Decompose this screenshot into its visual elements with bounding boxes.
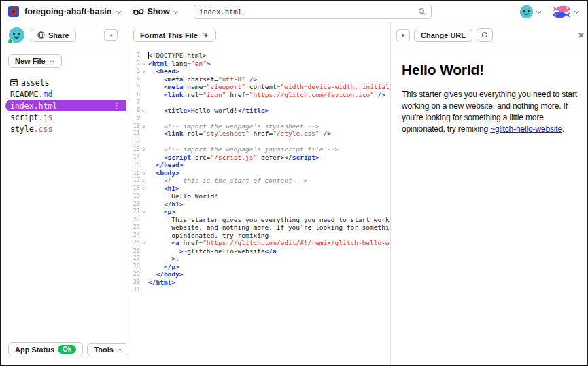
open-preview-button[interactable] xyxy=(396,29,410,41)
project-avatar-icon[interactable] xyxy=(8,6,19,17)
app-status-button[interactable]: App Status Ok xyxy=(8,342,83,356)
fold-gutter xyxy=(140,263,148,271)
code-line[interactable]: 14 <script src="/script.js" defer></scri… xyxy=(126,153,390,162)
code-line[interactable]: 2<html lang="en"> xyxy=(126,60,390,68)
line-number: 29 xyxy=(126,270,140,278)
fold-gutter xyxy=(140,278,148,287)
code-line[interactable]: 1<!DOCTYPE html> xyxy=(126,52,390,60)
code-line[interactable]: 3 <head> xyxy=(126,67,390,75)
line-number: 30 xyxy=(126,278,140,287)
code-line[interactable]: 17 <!-- this is the start of content --> xyxy=(126,177,390,185)
code-line[interactable]: 31 xyxy=(126,286,390,294)
code-line[interactable]: 18 <h1> xyxy=(126,185,390,193)
fold-chevron-icon[interactable] xyxy=(140,185,148,193)
code-text: <!DOCTYPE html> xyxy=(148,52,390,60)
user-menu[interactable] xyxy=(519,5,542,19)
chevron-up-icon xyxy=(118,348,122,352)
code-line[interactable]: 30</html> xyxy=(126,278,390,287)
close-icon[interactable]: × xyxy=(578,31,584,40)
format-file-button[interactable]: Format This File xyxy=(133,29,216,42)
project-name[interactable]: foregoing-abaft-basin xyxy=(24,7,111,16)
line-number: 15 xyxy=(126,161,140,169)
code-line[interactable]: 29 </body> xyxy=(126,270,390,278)
code-line[interactable]: 5 <meta name="viewport" content="width=d… xyxy=(126,83,390,91)
code-text: </p> xyxy=(148,263,390,271)
file-item-style[interactable]: style.css xyxy=(8,123,126,134)
code-text: </html> xyxy=(148,278,390,287)
code-line[interactable]: 24 opinionated, try remixing xyxy=(126,232,390,240)
code-line[interactable]: 4 <meta charset="utf-8" /> xyxy=(126,75,390,84)
code-text: <body> xyxy=(148,169,390,177)
show-menu[interactable]: Show xyxy=(133,7,178,16)
collapse-sidebar-button[interactable]: ◂ xyxy=(104,29,118,41)
code-line[interactable]: 6 <link rel="icon" href="https://glitch.… xyxy=(126,91,390,99)
code-text xyxy=(148,114,390,122)
share-button[interactable]: Share xyxy=(31,29,76,42)
code-line[interactable]: 25 <a href="https://glitch.com/edit/#!/r… xyxy=(126,239,390,247)
code-line[interactable]: 28 </p> xyxy=(126,263,390,271)
code-text: <html lang="en"> xyxy=(148,60,390,68)
line-number: 7 xyxy=(126,98,140,107)
code-editor-pane: Format This File 1<!DOCTYPE html>2<html … xyxy=(126,22,391,365)
code-text: <script src="/script.js" defer></script> xyxy=(148,153,390,162)
member-avatar[interactable] xyxy=(8,26,25,43)
archive-icon xyxy=(10,79,18,86)
file-item-README[interactable]: README.md xyxy=(8,88,126,100)
refresh-icon[interactable] xyxy=(477,28,493,42)
fold-chevron-icon[interactable] xyxy=(140,177,148,185)
top-bar: foregoing-abaft-basin Show xyxy=(1,1,587,22)
line-number: 16 xyxy=(126,169,140,177)
code-line[interactable]: 13 <!-- import the webpage's javascript … xyxy=(126,145,390,153)
file-extension: .html xyxy=(34,101,58,111)
file-search-box xyxy=(194,5,432,19)
line-number: 6 xyxy=(126,91,140,99)
fold-chevron-icon[interactable] xyxy=(140,239,148,247)
code-area[interactable]: 1<!DOCTYPE html>2<html lang="en">3 <head… xyxy=(126,48,390,365)
file-item-script[interactable]: script.js xyxy=(8,111,126,123)
fold-chevron-icon[interactable] xyxy=(140,122,148,130)
code-line[interactable]: 26 >~glitch-hello-website</a xyxy=(126,247,390,255)
code-line[interactable]: 21 <p> xyxy=(126,208,390,216)
new-file-button[interactable]: New File xyxy=(8,54,62,68)
fold-chevron-icon[interactable] xyxy=(140,208,148,216)
code-line[interactable]: 15 </head> xyxy=(126,161,390,169)
code-line[interactable]: 27 >. xyxy=(126,255,390,263)
fold-chevron-icon[interactable] xyxy=(140,169,148,177)
code-line[interactable]: 9 xyxy=(126,114,390,122)
search-input[interactable] xyxy=(199,7,414,16)
code-line[interactable]: 11 <link rel="stylesheet" href="/style.c… xyxy=(126,130,390,138)
change-url-button[interactable]: Change URL xyxy=(414,29,472,42)
code-line[interactable]: 10 <!-- import the webpage's stylesheet … xyxy=(126,122,390,130)
file-item-index[interactable]: index.html⋮ xyxy=(5,100,126,111)
code-text: <!-- import the webpage's stylesheet --> xyxy=(148,122,390,130)
code-line[interactable]: 22 This starter gives you everything you… xyxy=(126,216,390,224)
code-line[interactable]: 16 <body> xyxy=(126,169,390,177)
new-file-label: New File xyxy=(15,57,46,65)
fold-chevron-icon[interactable] xyxy=(140,67,148,75)
fold-gutter xyxy=(140,232,148,240)
code-text xyxy=(148,98,390,107)
code-line[interactable]: 23 website, and nothing more. If you're … xyxy=(126,223,390,232)
preview-pane: Change URL × Hello World! This starter g… xyxy=(391,22,588,365)
chevron-down-icon[interactable] xyxy=(116,8,121,13)
code-line[interactable]: 12 xyxy=(126,138,390,146)
file-item-assets[interactable]: assets xyxy=(8,77,126,88)
fold-chevron-icon[interactable] xyxy=(140,60,148,68)
code-line[interactable]: 8 <title>Hello world!</title> xyxy=(126,107,390,115)
fish-pair-icon xyxy=(551,5,572,19)
line-number: 26 xyxy=(126,247,140,255)
line-number: 20 xyxy=(126,200,140,208)
code-line[interactable]: 19 Hello World! xyxy=(126,192,390,200)
sidebar-header: Share ◂ xyxy=(1,22,126,48)
code-text: <meta charset="utf-8" /> xyxy=(148,75,390,84)
file-options-kebab-icon[interactable]: ⋮ xyxy=(114,102,120,109)
code-line[interactable]: 20 </h1> xyxy=(126,200,390,208)
code-text: <!-- import the webpage's javascript fil… xyxy=(148,145,390,153)
remix-link[interactable]: ~glitch-hello-website xyxy=(490,124,562,134)
profile-menu[interactable] xyxy=(551,5,580,19)
fold-chevron-icon[interactable] xyxy=(140,107,148,115)
code-text: <meta name="viewport" content="width=dev… xyxy=(148,83,390,91)
tools-button[interactable]: Tools xyxy=(87,343,130,356)
code-line[interactable]: 7 xyxy=(126,98,390,107)
fold-chevron-icon[interactable] xyxy=(140,145,148,153)
